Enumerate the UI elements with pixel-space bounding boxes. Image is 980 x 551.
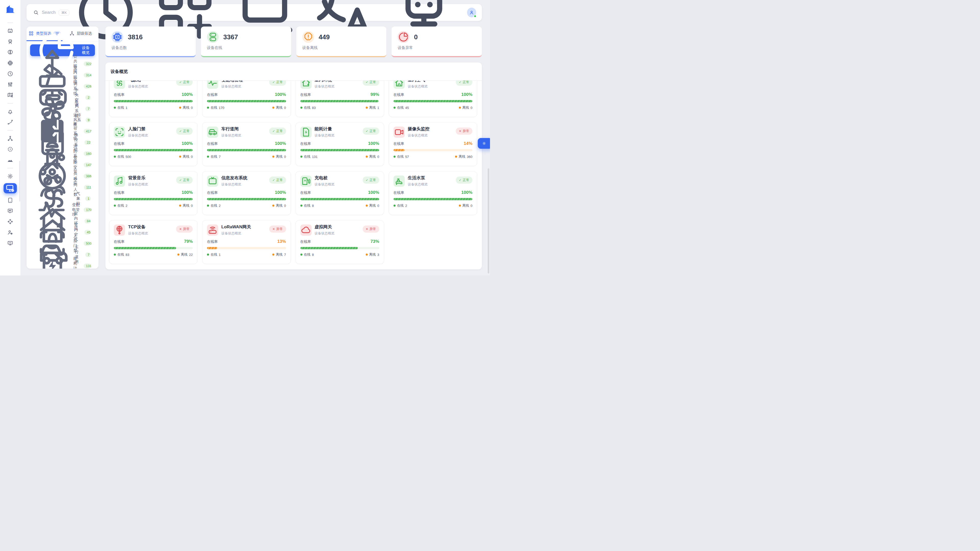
- offline-label: 离线: [183, 203, 189, 208]
- rail-item-tablet[interactable]: [5, 197, 15, 203]
- online-dot: [393, 156, 396, 158]
- stat-card-offline-devices[interactable]: 449 设备离线: [296, 27, 387, 57]
- device-card-background-music[interactable]: 背景音乐 设备状态概览 ✓ 正常 在线率 100%: [109, 171, 197, 215]
- device-overview-panel: 设备概览 气象站 设备状态概览 ✓ 正常: [105, 62, 482, 269]
- online-rate-value: 100%: [275, 190, 286, 195]
- rail-scrollbar-thumb[interactable]: [19, 161, 20, 202]
- device-card-title: 车行道闸: [221, 127, 241, 132]
- device-card-power-distribution[interactable]: 变配电管理 设备状态概览 ✓ 正常 在线率 100%: [202, 81, 291, 117]
- rail-item-energy[interactable]: [5, 146, 15, 152]
- rail-item-displays[interactable]: [5, 240, 15, 246]
- rail-item-robot[interactable]: [5, 38, 15, 45]
- offline-count: 离线 22: [177, 252, 192, 257]
- device-card-footer: 在线 500 离线 0: [114, 154, 192, 159]
- rail-item-user-settings[interactable]: [5, 229, 15, 236]
- device-card-titles: 人脸门禁 设备状态概览: [128, 127, 148, 138]
- status-badge: ✓ 正常: [176, 81, 192, 86]
- rail-item-messages[interactable]: [5, 208, 15, 214]
- rail-item-device-management[interactable]: [3, 183, 17, 193]
- offline-count: 离线 7: [272, 252, 286, 257]
- brand-logo-icon[interactable]: [5, 3, 16, 14]
- rail-item-devices[interactable]: [5, 60, 15, 66]
- device-card-footer: 在线 1 离线 7: [207, 252, 286, 257]
- device-card-weather-station[interactable]: 气象站 设备状态概览 ✓ 正常 在线率 100%: [109, 81, 197, 117]
- device-card-indoor-air[interactable]: 室内空气 设备状态概览 ✓ 正常 在线率 100%: [389, 81, 477, 117]
- online-dot: [114, 156, 116, 158]
- search-input[interactable]: Search ⌘K: [33, 10, 69, 16]
- offline-dot: [459, 205, 461, 206]
- sidebar-item-energy-metering[interactable]: 能耗计量 131: [30, 260, 95, 268]
- device-card-title: TCP设备: [128, 224, 148, 230]
- device-card-lorawan-gateway[interactable]: LoRaWAN网关 设备状态概览 ✕ 异常 在线率 13%: [202, 220, 291, 264]
- user-avatar[interactable]: [467, 8, 476, 17]
- stat-card-total-devices[interactable]: 3816 设备总数: [105, 27, 196, 57]
- device-card-water-pump[interactable]: 生活水泵 设备状态概览 ✓ 正常 在线率 100%: [389, 171, 477, 215]
- rail-item-integrations[interactable]: [5, 218, 15, 225]
- offline-value: 0: [284, 106, 286, 110]
- status-mark-icon: ✕: [179, 227, 182, 231]
- device-card-camera-monitoring[interactable]: 摄像头监控 设备状态概览 ✕ 异常 在线率 14%: [389, 122, 477, 166]
- rail-item-settings[interactable]: [5, 173, 15, 179]
- status-mark-icon: ✓: [272, 129, 275, 133]
- tab-label: 层级筛选: [77, 31, 92, 36]
- online-rate-bar-fill: [393, 149, 404, 151]
- offline-dot: [177, 254, 180, 256]
- device-card-energy-metering[interactable]: 能耗计量 设备状态概览 ✓ 正常 在线率 100%: [296, 122, 384, 166]
- rail-item-automation[interactable]: [5, 119, 15, 125]
- online-rate-bar: [301, 100, 379, 102]
- status-label: 正常: [463, 178, 469, 183]
- rail-item-history[interactable]: [5, 70, 15, 77]
- stat-card-abnormal-devices[interactable]: 0 设备异常: [391, 27, 482, 57]
- online-rate-row: 在线率 13%: [207, 239, 286, 244]
- device-card-tcp-devices[interactable]: TCP设备 设备状态概览 ✕ 异常 在线率 79%: [109, 220, 197, 264]
- online-value: 8: [312, 253, 314, 257]
- rail-item-map-search[interactable]: [5, 92, 15, 98]
- offline-value: 360: [467, 155, 473, 159]
- status-label: 异常: [369, 227, 376, 231]
- status-mark-icon: ✓: [179, 129, 182, 133]
- device-card-info-display[interactable]: 信息发布系统 设备状态概览 ✓ 正常 在线率 100%: [202, 171, 291, 215]
- device-card-subtitle: 设备状态概览: [408, 182, 428, 187]
- stat-card-top: 0: [398, 31, 476, 43]
- online-rate-bar-fill: [207, 247, 217, 249]
- online-rate-row: 在线率 100%: [393, 92, 473, 97]
- online-value: 83: [126, 253, 129, 257]
- device-card-face-access[interactable]: 人脸门禁 设备状态概览 ✓ 正常 在线率 100%: [109, 122, 197, 166]
- rail-item-topology[interactable]: [5, 135, 15, 142]
- online-rate-bar-fill: [114, 149, 192, 151]
- online-rate-row: 在线率 100%: [301, 190, 379, 195]
- stat-card-online-devices[interactable]: 3367 设备在线: [201, 27, 291, 57]
- device-card-indoor-environment[interactable]: 室内环境 设备状态概览 ✓ 正常 在线率 99%: [296, 81, 384, 117]
- rail-item-ai[interactable]: [5, 49, 15, 56]
- device-grid-scroll-area[interactable]: 气象站 设备状态概览 ✓ 正常 在线率 100%: [105, 81, 482, 269]
- device-card-title: 虚拟网关: [315, 224, 334, 230]
- device-card-ev-charger[interactable]: 充电桩 设备状态概览 ✓ 正常 在线率 100%: [296, 171, 384, 215]
- rail-item-media[interactable]: [5, 157, 15, 163]
- device-card-titles: LoRaWAN网关 设备状态概览: [221, 224, 251, 236]
- floating-settings-button[interactable]: [478, 138, 490, 149]
- online-rate-bar: [207, 149, 286, 151]
- online-rate-bar-fill: [301, 198, 379, 200]
- rail-item-controls[interactable]: [5, 81, 15, 88]
- page-scrollbar-thumb[interactable]: [488, 168, 489, 273]
- online-label: 在线: [118, 105, 124, 110]
- offline-label: 离线: [276, 252, 283, 257]
- device-card-virtual-gateway[interactable]: 虚拟网关 设备状态概览 ✕ 异常 在线率 73%: [296, 220, 384, 264]
- device-card-vehicle-gate[interactable]: 车行道闸 设备状态概览 ✓ 正常 在线率 100%: [202, 122, 291, 166]
- online-rate-value: 100%: [368, 141, 379, 146]
- online-rate-row: 在线率 100%: [207, 141, 286, 146]
- rail-item-alerts[interactable]: [5, 108, 15, 115]
- online-value: 2: [405, 204, 407, 208]
- rail-item-assistant-panel[interactable]: [5, 27, 15, 34]
- status-mark-icon: ✕: [272, 227, 275, 231]
- offline-dot: [459, 106, 461, 109]
- status-label: 正常: [369, 81, 376, 84]
- device-card-header: 能耗计量 设备状态概览 ✓ 正常: [301, 127, 379, 138]
- offline-count: 离线 0: [179, 154, 192, 159]
- online-count: 在线 83: [301, 105, 316, 110]
- stat-icon: [111, 31, 123, 43]
- device-card-title: 信息发布系统: [221, 176, 247, 181]
- online-rate-row: 在线率 100%: [114, 92, 192, 97]
- status-mark-icon: ✓: [459, 81, 461, 84]
- online-count: 在线 8: [301, 252, 314, 257]
